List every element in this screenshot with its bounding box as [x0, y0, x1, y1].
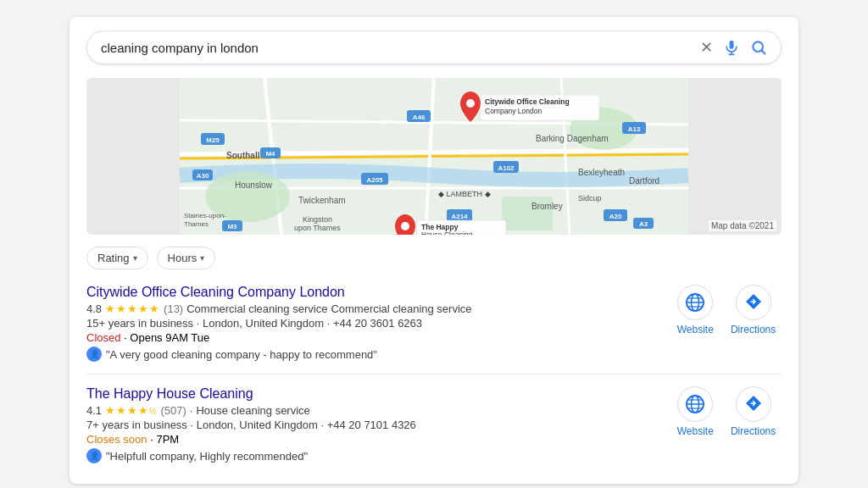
listing-citywide-website-circle	[677, 285, 713, 320]
listing-happy-house-name[interactable]: The Happy House Cleaning	[86, 386, 671, 402]
hours-filter-button[interactable]: Hours ▾	[157, 247, 216, 269]
listing-citywide-category: Commercial cleaning service	[186, 302, 327, 315]
clear-button[interactable]: ✕	[700, 38, 713, 57]
listing-citywide-action-pair: Website Directions	[677, 285, 776, 336]
listing-happy-house-rating-value: 4.1	[86, 404, 102, 417]
listing-happy-house: The Happy House Cleaning 4.1 ★★★★½ (507)…	[86, 386, 782, 463]
listing-citywide-review: 👤 "A very good cleaning company - happy …	[86, 347, 671, 362]
listing-happy-house-directions-circle	[736, 386, 771, 422]
svg-text:Dartford: Dartford	[629, 176, 659, 186]
map-credit: Map data ©2021	[709, 220, 776, 231]
svg-text:Citywide Office Cleaning: Citywide Office Cleaning	[485, 97, 570, 106]
listing-happy-house-directions-label: Directions	[731, 425, 776, 437]
listing-happy-house-category: ·	[190, 404, 193, 417]
listing-happy-house-website-circle	[677, 386, 713, 422]
svg-text:Kingston: Kingston	[303, 215, 332, 224]
svg-text:A30: A30	[197, 172, 209, 180]
rating-filter-button[interactable]: Rating ▾	[86, 247, 148, 269]
svg-text:Staines-upon-: Staines-upon-	[184, 212, 226, 219]
svg-text:A13: A13	[628, 125, 641, 133]
listing-citywide-name[interactable]: Citywide Office Cleaning Company London	[86, 285, 671, 300]
svg-text:Barking Dagenham: Barking Dagenham	[536, 134, 609, 143]
globe-icon-2	[685, 394, 705, 414]
svg-text:Bexleyheath: Bexleyheath	[578, 168, 625, 177]
svg-text:A20: A20	[609, 213, 622, 220]
svg-point-45	[466, 99, 475, 108]
svg-line-4	[762, 51, 765, 54]
search-submit-button[interactable]	[750, 39, 767, 56]
listing-happy-house-website-label: Website	[677, 425, 714, 437]
directions-icon-2	[743, 394, 764, 414]
svg-text:House Cleaning: House Cleaning	[421, 230, 473, 235]
listing-citywide-stars: ★★★★★	[105, 302, 160, 315]
listing-happy-house-category-text: House cleaning service	[196, 404, 309, 417]
listing-happy-house-info: The Happy House Cleaning 4.1 ★★★★½ (507)…	[86, 386, 671, 463]
listing-happy-house-review-count: (507)	[160, 404, 186, 417]
listing-citywide-review-count: (13)	[164, 302, 183, 315]
globe-icon	[685, 292, 705, 313]
svg-text:Sidcup: Sidcup	[578, 194, 602, 202]
listing-citywide-hours-detail: · Opens 9AM Tue	[124, 331, 209, 344]
listing-citywide-hours-status: Closed	[86, 331, 120, 344]
listing-happy-house-review-avatar: 👤	[86, 448, 102, 463]
listing-happy-house-action-pair: Website Directions	[677, 386, 776, 437]
listing-citywide-website-label: Website	[677, 324, 714, 336]
listing-happy-house-hours-detail: · 7PM	[150, 433, 179, 446]
search-bar: ✕	[86, 30, 782, 64]
svg-text:Twickenham: Twickenham	[298, 196, 346, 205]
listing-happy-house-actions: Website Directions	[671, 386, 782, 437]
svg-text:upon Thames: upon Thames	[294, 224, 341, 232]
listing-citywide-hours: Closed · Opens 9AM Tue	[86, 331, 671, 344]
svg-text:Company London: Company London	[485, 107, 542, 115]
listing-citywide-rating-row: 4.8 ★★★★★ (13) Commercial cleaning servi…	[86, 302, 671, 315]
listing-happy-house-website-button[interactable]: Website	[677, 386, 714, 437]
voice-search-button[interactable]	[723, 39, 740, 56]
mic-icon	[723, 39, 740, 56]
listing-citywide-website-button[interactable]: Website	[677, 285, 714, 336]
listing-happy-house-hours-status: Closes soon	[86, 433, 147, 446]
svg-text:A102: A102	[498, 164, 515, 172]
rating-filter-label: Rating	[97, 252, 130, 264]
listing-happy-house-meta: 7+ years in business · London, United Ki…	[86, 419, 671, 431]
svg-text:◆ LAMBETH ◆: ◆ LAMBETH ◆	[438, 190, 491, 198]
listing-citywide-info: Citywide Office Cleaning Company London …	[86, 285, 671, 362]
svg-text:Bromley: Bromley	[531, 202, 563, 211]
listing-citywide-review-text: "A very good cleaning company - happy to…	[106, 348, 377, 361]
listing-citywide: Citywide Office Cleaning Company London …	[86, 285, 782, 362]
listing-citywide-category-text: Commercial cleaning service	[331, 302, 471, 315]
listing-happy-house-rating-row: 4.1 ★★★★½ (507) · House cleaning service	[86, 404, 671, 417]
listing-citywide-directions-label: Directions	[731, 324, 776, 336]
search-icons: ✕	[700, 38, 767, 57]
search-icon	[750, 39, 767, 56]
svg-text:M25: M25	[206, 136, 220, 144]
search-input[interactable]	[101, 41, 700, 55]
listing-citywide-actions: Website Directions	[671, 285, 782, 336]
main-container: ✕	[70, 17, 798, 484]
listing-citywide-meta: 15+ years in business · London, United K…	[86, 317, 671, 330]
listing-happy-house-review-text: "Helpfull company, Highly recommended"	[106, 450, 308, 463]
svg-rect-0	[730, 41, 734, 49]
svg-text:Hounslow: Hounslow	[235, 180, 273, 190]
svg-text:A3: A3	[639, 220, 648, 228]
hours-chevron-icon: ▾	[200, 253, 204, 263]
listing-happy-house-hours: Closes soon · 7PM	[86, 433, 671, 446]
listing-divider	[86, 374, 782, 374]
listing-happy-house-stars: ★★★★½	[105, 404, 157, 417]
listing-happy-house-review: 👤 "Helpfull company, Highly recommended"	[86, 448, 671, 463]
rating-chevron-icon: ▾	[133, 253, 137, 263]
clear-icon: ✕	[700, 38, 713, 57]
map-container[interactable]: M25 M4 A46 A102 A13 A20 A214 A205 Southa…	[86, 78, 782, 235]
listing-citywide-review-avatar: 👤	[86, 347, 102, 362]
map-image: M25 M4 A46 A102 A13 A20 A214 A205 Southa…	[86, 78, 782, 235]
directions-icon	[743, 292, 764, 313]
listing-citywide-directions-button[interactable]: Directions	[731, 285, 776, 336]
listing-citywide-rating-value: 4.8	[86, 302, 102, 315]
svg-text:A46: A46	[413, 114, 426, 121]
svg-text:M3: M3	[227, 223, 237, 230]
svg-point-49	[401, 222, 409, 230]
svg-text:Thames: Thames	[184, 220, 209, 228]
svg-text:M4: M4	[265, 150, 275, 158]
hours-filter-label: Hours	[168, 252, 198, 264]
filter-row: Rating ▾ Hours ▾	[86, 247, 782, 269]
listing-happy-house-directions-button[interactable]: Directions	[731, 386, 776, 437]
